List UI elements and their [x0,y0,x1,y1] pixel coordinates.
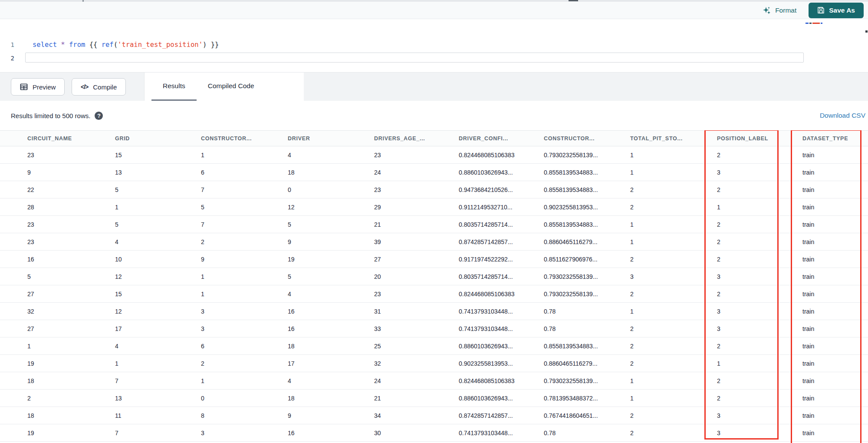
table-row: 23429390.8742857142857...0.8860465116279… [0,233,868,251]
format-button[interactable]: Format [763,6,796,15]
table-cell: 2 [711,256,797,263]
save-icon [817,7,825,14]
table-cell: 5 [109,186,195,193]
table-cell: 2 [625,204,711,211]
table-cell: 0.7413793103448... [453,430,538,436]
table-cell: 0.824468085106383 [453,377,538,384]
table-cell: 4 [109,343,195,350]
table-icon [20,83,28,91]
table-cell: 12 [109,273,195,280]
table-cell: 1 [109,360,195,367]
column-header: GRID [109,136,195,142]
table-cell: 23 [368,186,453,193]
table-cell: 0.7930232558139... [538,273,625,280]
table-cell: 23 [368,291,453,298]
table-cell: 0.7413793103448... [453,308,538,315]
download-csv-link[interactable]: Download CSV [820,112,865,119]
table-cell: 0.7813953488372... [538,395,625,402]
table-cell: 0.8860465116279... [538,238,625,245]
table-cell: 2 [711,343,797,350]
table-cell: 6 [195,343,282,350]
table-cell: 2 [625,325,711,332]
results-tabs: Results Compiled Code [144,73,304,101]
table-cell: train [797,273,868,280]
column-header: CONSTRUCTOR... [538,136,625,142]
table-cell: 2 [711,291,797,298]
column-header: DRIVERS_AGE_... [368,136,453,142]
tab-results[interactable]: Results [151,73,197,101]
table-cell: 1 [109,204,195,211]
table-cell: 0.8035714285714... [453,221,538,228]
table-cell: 25 [368,343,453,350]
table-cell: 2 [711,186,797,193]
table-cell: 4 [282,291,368,298]
table-cell: 13 [109,395,195,402]
table-cell: train [797,412,868,419]
table-row: 2717316330.7413793103448...0.7823train [0,320,868,337]
results-header: Results limited to 500 rows. ? Download … [0,101,868,130]
table-cell: 0.9112149532710... [453,204,538,211]
tab-compiled-code[interactable]: Compiled Code [197,73,266,101]
line-number: 2 [0,53,16,64]
line-number: 1 [0,39,16,50]
table-cell: 18 [282,395,368,402]
code-editor[interactable]: 1 2 select * from {{ ref('train_test_pos… [0,19,868,72]
table-cell: train [797,377,868,384]
table-cell: 2 [625,343,711,350]
table-cell: 1 [195,377,282,384]
table-cell: 2 [625,430,711,436]
table-cell: 1 [195,273,282,280]
editor-top-bar: Format Save As [0,2,868,19]
table-cell: 21 [368,221,453,228]
help-icon[interactable]: ? [95,112,103,120]
table-cell: train [797,238,868,245]
table-cell: 0.9023255813953... [538,204,625,211]
column-header: POSITION_LABEL [711,136,797,142]
table-cell: 7 [195,186,282,193]
column-header: DATASET_TYPE [797,136,868,142]
editor-minimap[interactable] [806,23,826,24]
table-cell: 2 [625,360,711,367]
results-limit-text: Results limited to 500 rows. [11,112,90,119]
table-cell: 22 [22,186,109,193]
table-cell: 17 [109,325,195,332]
table-cell: 4 [282,152,368,159]
table-cell: 3 [711,325,797,332]
results-toolbar: Preview </> Compile Results Compiled Cod… [0,72,868,101]
table-cell: 15 [109,291,195,298]
table-cell: train [797,430,868,436]
table-cell: 34 [368,412,453,419]
table-cell: train [797,204,868,211]
table-cell: train [797,291,868,298]
minimap-marker [865,30,868,33]
column-header: CIRCUIT_NAME [22,136,109,142]
table-cell: 1 [711,360,797,367]
code-icon: </> [81,83,88,90]
table-cell: 0.8558139534883... [538,169,625,176]
table-cell: train [797,325,868,332]
table-row: 913618240.8860103626943...0.855813953488… [0,164,868,181]
table-cell: 2 [625,256,711,263]
table-cell: 21 [368,395,453,402]
table-cell: 1 [625,169,711,176]
table-cell: 9 [195,256,282,263]
table-cell: 0.8742857142857... [453,412,538,419]
column-header: DRIVER [282,136,368,142]
save-as-button[interactable]: Save As [809,3,864,18]
preview-button[interactable]: Preview [11,78,65,96]
table-cell: train [797,186,868,193]
table-cell: 0.7413793103448... [453,325,538,332]
table-cell: 0.7674418604651... [538,412,625,419]
table-cell: 0.9473684210526... [453,186,538,193]
table-cell: train [797,152,868,159]
table-cell: 0.8558139534883... [538,343,625,350]
table-row: 271514230.8244680851063830.7930232558139… [0,285,868,303]
compile-button[interactable]: </> Compile [72,78,126,96]
table-cell: 23 [22,238,109,245]
table-cell: 12 [282,204,368,211]
table-cell: 5 [22,273,109,280]
table-cell: 2 [625,291,711,298]
table-cell: 0.824468085106383 [453,291,538,298]
table-cell: 0.7930232558139... [538,377,625,384]
save-as-label: Save As [829,7,855,14]
